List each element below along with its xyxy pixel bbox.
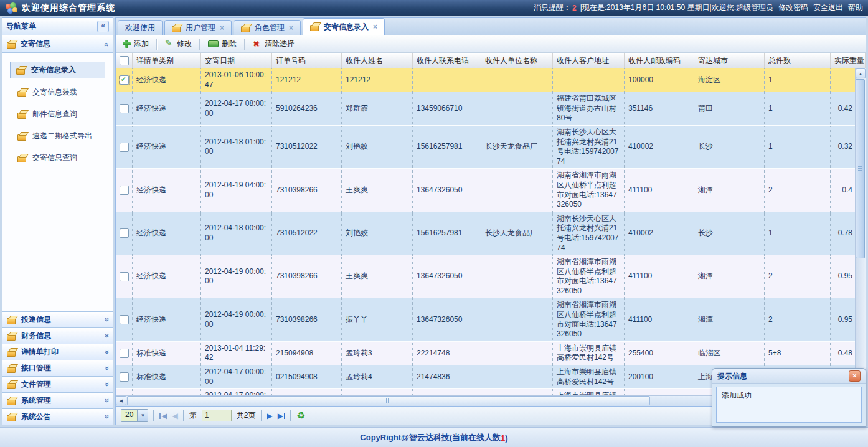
- column-header[interactable]: 寄达城市: [694, 53, 765, 68]
- add-button[interactable]: 添加: [120, 37, 152, 50]
- close-tab-icon[interactable]: ×: [289, 24, 293, 32]
- package-icon: [241, 24, 252, 32]
- table-row[interactable]: 标准快递2013-01-04 11:29:42215094908孟玲莉32221…: [116, 342, 866, 365]
- column-header[interactable]: 实际重量: [831, 53, 866, 68]
- row-checkbox[interactable]: [120, 143, 129, 152]
- column-header[interactable]: 收件人客户地址: [553, 53, 625, 68]
- sidebar-group-label: 详情单打印: [21, 347, 59, 357]
- delete-button[interactable]: 删除: [205, 37, 240, 50]
- row-checkbox-cell: [116, 68, 133, 92]
- logout-link[interactable]: 安全退出: [813, 3, 843, 12]
- table-row[interactable]: 经济快递2012-04-19 00:00:007310398266振丫丫1364…: [116, 298, 866, 341]
- tab-home[interactable]: 欢迎使用: [118, 20, 163, 35]
- table-row[interactable]: 经济快递2012-04-18 00:00:007310512022刘艳姣1561…: [116, 212, 866, 255]
- row-checkbox[interactable]: [120, 186, 129, 195]
- column-header[interactable]: 收件人姓名: [342, 53, 413, 68]
- column-header[interactable]: 详情单类别: [133, 53, 201, 68]
- table-cell: 湖南省湘潭市雨湖区八仙桥半点利超市对面电话:13647326050: [553, 298, 625, 341]
- sidebar-item[interactable]: 交寄信息录入: [10, 62, 105, 78]
- first-page-button[interactable]: [159, 412, 167, 420]
- table-cell: 经济快递: [133, 255, 201, 298]
- row-checkbox[interactable]: [120, 315, 129, 324]
- header-checkbox-cell: [116, 53, 133, 68]
- message-count-badge[interactable]: 2: [572, 4, 577, 12]
- row-checkbox[interactable]: [120, 272, 129, 281]
- datetime-text: |现在是:2013年1月6日 10:01:50 星期日|: [580, 2, 712, 13]
- table-row[interactable]: 经济快递2013-01-06 10:00:4712121212121210000…: [116, 68, 866, 92]
- table-cell: 2013-01-04 11:29:42: [201, 342, 272, 365]
- column-header[interactable]: 交寄日期: [201, 53, 272, 68]
- sidebar-item[interactable]: 速递二期格式导出: [17, 128, 106, 144]
- column-header[interactable]: 收件人单位名称: [481, 53, 553, 68]
- select-all-checkbox[interactable]: [120, 56, 129, 65]
- horizontal-scroll-thumb[interactable]: [127, 396, 650, 405]
- toolbar-button-label: 添加: [134, 39, 149, 49]
- page-size-select[interactable]: 20: [121, 409, 148, 422]
- close-popup-icon[interactable]: [849, 370, 861, 382]
- sidebar-group-collapsed[interactable]: 投递信息: [2, 311, 113, 327]
- row-checkbox[interactable]: [120, 228, 129, 238]
- table-cell: [553, 68, 625, 92]
- table-cell: 200100: [625, 365, 694, 388]
- column-header[interactable]: 收件人联系电话: [413, 53, 481, 68]
- package-icon: [16, 66, 27, 75]
- separator: [156, 39, 158, 50]
- sidebar-group-collapsed[interactable]: 系统公告: [2, 408, 113, 425]
- table-row[interactable]: 经济快递2012-04-19 00:00:007310398266王爽爽1364…: [116, 255, 866, 298]
- tab-label: 交寄信息录入: [324, 22, 369, 32]
- page-number-input[interactable]: 1: [202, 410, 232, 421]
- row-checkbox[interactable]: [120, 349, 129, 358]
- table-cell: 1: [765, 92, 831, 125]
- next-page-button[interactable]: [267, 412, 273, 420]
- close-tab-icon[interactable]: ×: [373, 22, 377, 31]
- clear-button[interactable]: 清除选择: [250, 37, 298, 50]
- collapse-sidebar-icon[interactable]: [97, 21, 109, 32]
- table-row[interactable]: 经济快递2012-04-18 01:00:007310512022刘艳姣1561…: [116, 126, 866, 169]
- table-cell: 湘潭: [694, 298, 765, 341]
- scroll-up-icon[interactable]: [856, 68, 866, 78]
- edit-button[interactable]: 修改: [162, 37, 195, 50]
- separator: [199, 39, 200, 50]
- clear-icon: [253, 40, 262, 48]
- scroll-left-icon[interactable]: [116, 396, 126, 405]
- table-cell: 标准快递: [133, 389, 201, 395]
- tab-item[interactable]: 交寄信息录入×: [303, 18, 385, 35]
- sidebar-item[interactable]: 交寄信息装载: [17, 85, 106, 100]
- content-panel: 欢迎使用用户管理×角色管理×交寄信息录入× 添加修改删除清除选择 详情单类别交寄…: [115, 17, 866, 425]
- tab-item[interactable]: 角色管理×: [234, 20, 301, 35]
- chevron-down-icon[interactable]: [137, 410, 148, 421]
- package-icon: [17, 154, 28, 162]
- table-cell: 湖南长沙天心区大托浦兴龙村兴浦21号电话:15974200774: [553, 126, 625, 168]
- column-header[interactable]: 收件人邮政编码: [625, 53, 694, 68]
- table-row[interactable]: 经济快递2012-04-19 04:00:007310398266王爽爽1364…: [116, 169, 866, 212]
- row-checkbox[interactable]: [120, 75, 129, 85]
- sidebar-group-collapsed[interactable]: 详情单打印: [2, 344, 113, 360]
- sidebar-item[interactable]: 邮件信息查询: [17, 106, 106, 122]
- sidebar-group-collapsed[interactable]: 文件管理: [2, 376, 113, 392]
- sidebar-group-collapsed[interactable]: 接口管理: [2, 360, 113, 376]
- change-password-link[interactable]: 修改密码: [778, 3, 808, 12]
- column-header[interactable]: 订单号码: [272, 53, 342, 68]
- column-header[interactable]: 总件数: [765, 53, 831, 68]
- sidebar-group-label: 接口管理: [21, 363, 51, 374]
- close-tab-icon[interactable]: ×: [220, 24, 224, 32]
- sidebar-item-label: 交寄信息装载: [32, 87, 77, 98]
- table-cell: 莆田: [694, 92, 765, 125]
- refresh-icon[interactable]: [296, 411, 305, 421]
- sidebar-group-expanded[interactable]: 交寄信息: [2, 35, 113, 53]
- vertical-scrollbar[interactable]: [855, 68, 866, 395]
- last-page-button[interactable]: [278, 412, 285, 420]
- sidebar-item[interactable]: 交寄信息查询: [17, 150, 106, 166]
- sidebar-group-collapsed[interactable]: 系统管理: [2, 392, 113, 408]
- sidebar-group-collapsed[interactable]: 财务信息: [2, 327, 113, 344]
- vertical-scroll-thumb[interactable]: [856, 79, 865, 258]
- help-link[interactable]: 帮助: [848, 3, 863, 12]
- add-icon: [123, 40, 131, 48]
- row-checkbox[interactable]: [120, 372, 129, 382]
- tab-item[interactable]: 用户管理×: [164, 20, 232, 35]
- table-row[interactable]: 经济快递2012-04-17 08:00:005910264236郑群霞1345…: [116, 92, 866, 126]
- total-pages-label: 共2页: [237, 410, 256, 421]
- table-cell: 2: [765, 298, 831, 341]
- prev-page-button[interactable]: [172, 412, 178, 420]
- row-checkbox[interactable]: [120, 104, 129, 113]
